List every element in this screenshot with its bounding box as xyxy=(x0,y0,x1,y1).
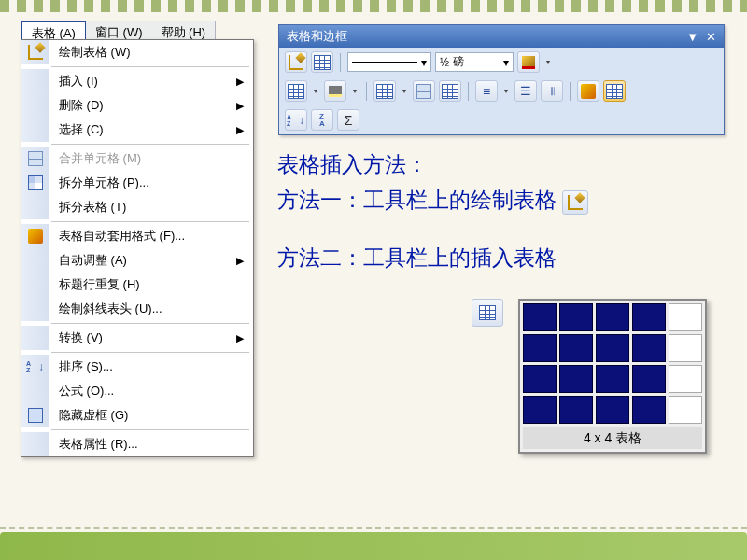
sort-desc-button[interactable]: ZA xyxy=(311,109,333,131)
preview-cell[interactable] xyxy=(596,334,629,362)
eraser-icon xyxy=(314,55,331,70)
toolbar-row-1: ▾ ½ 磅▾ ▾ xyxy=(279,48,724,77)
preview-cell[interactable] xyxy=(669,303,702,331)
menuitem-formula[interactable]: 公式 (O)... xyxy=(21,379,253,403)
merge-icon xyxy=(416,84,431,99)
eraser-button[interactable] xyxy=(311,51,333,73)
chevron-down-icon[interactable]: ▾ xyxy=(311,87,320,95)
align-button[interactable]: ≡ xyxy=(475,80,498,102)
toggle-grid-button[interactable] xyxy=(603,80,626,102)
distribute-rows-button[interactable]: ☰ xyxy=(514,80,537,102)
preview-caption: 4 x 4 表格 xyxy=(523,427,702,449)
preview-cell[interactable] xyxy=(559,334,593,362)
menuitem-label: 自动调整 (A) xyxy=(49,252,236,269)
preview-cell[interactable] xyxy=(669,334,702,362)
outside-border-button[interactable] xyxy=(285,80,307,102)
submenu-arrow-icon: ▶ xyxy=(236,100,244,112)
menuitem-label: 绘制表格 (W) xyxy=(49,44,253,61)
chevron-down-icon[interactable]: ▾ xyxy=(501,87,511,95)
sort-asc-button[interactable] xyxy=(285,109,307,131)
menuitem-label: 拆分单元格 (P)... xyxy=(49,175,253,191)
close-icon[interactable]: ✕ xyxy=(706,30,716,44)
preview-cell[interactable] xyxy=(523,396,557,424)
insert-table-preview[interactable]: 4 x 4 表格 xyxy=(518,299,707,454)
menuitem-convert[interactable]: 转换 (V)▶ xyxy=(21,326,253,350)
menuitem-repeat-head[interactable]: 标题行重复 (H) xyxy=(21,273,253,297)
preview-cell[interactable] xyxy=(523,303,557,331)
preview-cell[interactable] xyxy=(669,365,702,393)
menuitem-autoformat[interactable]: 表格自动套用格式 (F)... xyxy=(21,224,253,248)
table-icon xyxy=(479,305,496,320)
merge-cells-icon xyxy=(28,151,43,166)
menuitem-table-properties[interactable]: 表格属性 (R)... xyxy=(21,432,253,456)
menuitem-label: 转换 (V) xyxy=(49,329,236,346)
toolbar-title: 表格和边框 xyxy=(287,28,347,45)
preview-grid[interactable] xyxy=(523,303,702,424)
split-icon xyxy=(442,84,458,99)
submenu-arrow-icon: ▶ xyxy=(236,76,244,88)
preview-cell[interactable] xyxy=(559,365,593,393)
toolbar-titlebar[interactable]: 表格和边框 ▼ ✕ xyxy=(279,25,724,48)
menuitem-label: 表格自动套用格式 (F)... xyxy=(49,228,253,245)
autoformat-button[interactable] xyxy=(577,80,599,102)
chevron-down-icon: ▾ xyxy=(421,56,427,69)
chevron-down-icon[interactable]: ▾ xyxy=(543,58,553,66)
instruction-line-2: 方法二：工具栏上的插入表格 xyxy=(277,241,588,276)
menuitem-merge-cells: 合并单元格 (M) xyxy=(21,147,253,171)
dropdown-arrow-icon[interactable]: ▼ xyxy=(686,30,698,44)
separator xyxy=(51,144,249,145)
distribute-cols-button[interactable]: ⦀ xyxy=(541,80,563,102)
line-weight-select[interactable]: ½ 磅▾ xyxy=(435,52,514,72)
menuitem-sort[interactable]: 排序 (S)... xyxy=(21,355,253,379)
chevron-down-icon[interactable]: ▾ xyxy=(350,87,359,95)
table-icon xyxy=(376,84,393,99)
menuitem-select[interactable]: 选择 (C)▶ xyxy=(21,118,253,142)
pencil-icon xyxy=(289,55,303,70)
menuitem-label: 拆分表格 (T) xyxy=(49,199,253,216)
preview-cell[interactable] xyxy=(669,396,702,424)
menuitem-label: 隐藏虚框 (G) xyxy=(49,407,253,424)
cols-icon: ⦀ xyxy=(550,84,555,99)
separator xyxy=(51,66,249,67)
draw-table-button[interactable] xyxy=(285,51,307,73)
autosum-button[interactable]: Σ xyxy=(337,109,359,131)
preview-cell[interactable] xyxy=(559,396,593,424)
border-icon xyxy=(288,84,304,99)
preview-cell[interactable] xyxy=(632,303,666,331)
menuitem-label: 选择 (C) xyxy=(49,121,236,138)
chevron-down-icon[interactable]: ▾ xyxy=(400,87,409,95)
preview-cell[interactable] xyxy=(632,396,666,424)
decorative-top-border xyxy=(0,0,747,12)
shading-color-button[interactable] xyxy=(324,80,346,102)
preview-cell[interactable] xyxy=(523,365,557,393)
menuitem-autofit[interactable]: 自动调整 (A)▶ xyxy=(21,248,253,273)
menuitem-split-table[interactable]: 拆分表格 (T) xyxy=(21,195,253,219)
preview-cell[interactable] xyxy=(632,365,666,393)
menuitem-label: 排序 (S)... xyxy=(49,358,253,375)
preview-cell[interactable] xyxy=(559,303,593,331)
menuitem-diag-head[interactable]: 绘制斜线表头 (U)... xyxy=(21,297,253,321)
border-color-button[interactable] xyxy=(517,51,540,73)
menuitem-delete[interactable]: 删除 (D)▶ xyxy=(21,93,253,118)
align-icon: ≡ xyxy=(483,84,490,99)
menuitem-split-cell[interactable]: 拆分单元格 (P)... xyxy=(21,171,253,195)
draw-table-toolbar-icon xyxy=(562,190,588,215)
merge-cells-button[interactable] xyxy=(413,80,435,102)
separator xyxy=(51,429,249,430)
preview-cell[interactable] xyxy=(596,303,629,331)
autoformat-icon xyxy=(28,229,43,244)
line-style-select[interactable]: ▾ xyxy=(347,52,431,72)
insert-table-button[interactable] xyxy=(374,80,396,102)
separator xyxy=(366,82,367,101)
preview-cell[interactable] xyxy=(596,396,629,424)
preview-cell[interactable] xyxy=(523,334,557,362)
menuitem-draw-table[interactable]: 绘制表格 (W) xyxy=(21,40,253,64)
split-cells-button[interactable] xyxy=(439,80,461,102)
toolbar-row-2: ▾ ▾ ▾ ≡▾ ☰ ⦀ xyxy=(279,77,724,105)
menuitem-insert[interactable]: 插入 (I)▶ xyxy=(21,69,253,93)
rows-icon: ☰ xyxy=(520,84,531,98)
menuitem-hide-gridlines[interactable]: 隐藏虚框 (G) xyxy=(21,403,253,427)
preview-cell[interactable] xyxy=(632,334,666,362)
preview-cell[interactable] xyxy=(596,365,629,393)
chevron-down-icon: ▾ xyxy=(503,56,509,69)
